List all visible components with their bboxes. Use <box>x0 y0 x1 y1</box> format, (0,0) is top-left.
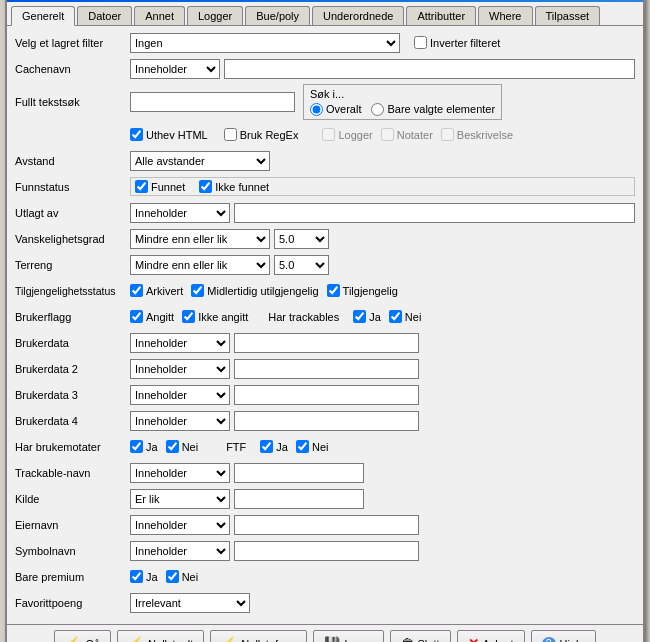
utlagt-input[interactable] <box>234 203 635 223</box>
favorittpoeng-select[interactable]: Irrelevant <box>130 593 250 613</box>
vanskelig-val-select[interactable]: 5.0 1.01.52.02.5 3.03.54.04.5 <box>274 229 329 249</box>
ikke-angitt-checkbox[interactable] <box>182 310 195 323</box>
brukerdata-select[interactable]: Inneholder <box>130 333 230 353</box>
favorittpoeng-label: Favorittpoeng <box>15 597 130 609</box>
ja-track-checkbox[interactable] <box>353 310 366 323</box>
save-button[interactable]: 💾 Lagre <box>313 630 383 643</box>
eiernavn-input[interactable] <box>234 515 419 535</box>
brukerdata2-select[interactable]: Inneholder <box>130 359 230 379</box>
cachenavn-input[interactable] <box>224 59 635 79</box>
vanskelig-select[interactable]: Mindre enn eller lik <box>130 229 270 249</box>
nei-ftf-checkbox[interactable] <box>296 440 309 453</box>
ja-bp-checkbox[interactable] <box>130 570 143 583</box>
go-button[interactable]: ⚡ Gå <box>54 630 111 643</box>
uthev-html-label[interactable]: Uthev HTML <box>130 128 208 141</box>
brukerdata4-controls: Inneholder <box>130 411 635 431</box>
avstand-select[interactable]: Alle avstander <box>130 151 270 171</box>
brukerdata-input[interactable] <box>234 333 419 353</box>
ja-track-label[interactable]: Ja <box>353 310 381 323</box>
delete-icon: 🗑 <box>401 636 414 642</box>
sok-overalt-label[interactable]: Overalt <box>310 103 361 116</box>
nei-bp-checkbox[interactable] <box>166 570 179 583</box>
trackable-input[interactable] <box>234 463 364 483</box>
sok-overalt-radio[interactable] <box>310 103 323 116</box>
symbolnavn-select[interactable]: Inneholder <box>130 541 230 561</box>
sok-bare-radio[interactable] <box>371 103 384 116</box>
funnet-checkbox[interactable] <box>135 180 148 193</box>
brukerdata4-input[interactable] <box>234 411 419 431</box>
reset-all-button[interactable]: ⚡ Nullst. alt <box>117 630 204 643</box>
angitt-checkbox[interactable] <box>130 310 143 323</box>
sok-bare-label[interactable]: Bare valgte elementer <box>371 103 495 116</box>
notater-cb-label[interactable]: Notater <box>381 128 433 141</box>
ikke-angitt-label[interactable]: Ikke angitt <box>182 310 248 323</box>
logger-cb-label[interactable]: Logger <box>322 128 372 141</box>
nei-bm-label[interactable]: Nei <box>166 440 199 453</box>
beskrivelse-cb-label[interactable]: Beskrivelse <box>441 128 513 141</box>
arkivert-label[interactable]: Arkivert <box>130 284 183 297</box>
funnet-label[interactable]: Funnet <box>135 180 185 193</box>
ja-ftf-checkbox[interactable] <box>260 440 273 453</box>
tab-annet[interactable]: Annet <box>134 6 185 25</box>
tab-where[interactable]: Where <box>478 6 532 25</box>
brukerdata4-select[interactable]: Inneholder <box>130 411 230 431</box>
ikke-funnet-label[interactable]: Ikke funnet <box>199 180 269 193</box>
nei-bm-checkbox[interactable] <box>166 440 179 453</box>
tilgjengelig-checkbox[interactable] <box>327 284 340 297</box>
trackable-row: Trackable-navn Inneholder <box>15 462 635 484</box>
nei-track-label[interactable]: Nei <box>389 310 422 323</box>
brukerdata3-input[interactable] <box>234 385 419 405</box>
velg-filter-select[interactable]: Ingen <box>130 33 400 53</box>
tab-datoer[interactable]: Datoer <box>77 6 132 25</box>
ja-bp-label[interactable]: Ja <box>130 570 158 583</box>
delete-label: Slett <box>418 638 440 643</box>
tab-bue-poly[interactable]: Bue/poly <box>245 6 310 25</box>
tab-logger[interactable]: Logger <box>187 6 243 25</box>
cachenavn-select[interactable]: Inneholder <box>130 59 220 79</box>
bruk-regex-checkbox[interactable] <box>224 128 237 141</box>
tabs-bar: Generelt Datoer Annet Logger Bue/poly Un… <box>7 2 643 26</box>
ja-bp-text: Ja <box>146 571 158 583</box>
bruk-regex-label[interactable]: Bruk RegEx <box>224 128 299 141</box>
vanskelig-label: Vanskelighetsgrad <box>15 233 130 245</box>
utlagt-select[interactable]: Inneholder <box>130 203 230 223</box>
ja-bm-label[interactable]: Ja <box>130 440 158 453</box>
arkivert-checkbox[interactable] <box>130 284 143 297</box>
brukerdata2-input[interactable] <box>234 359 419 379</box>
ja-ftf-label[interactable]: Ja <box>260 440 288 453</box>
fullt-input[interactable] <box>130 92 295 112</box>
eiernavn-select[interactable]: Inneholder <box>130 515 230 535</box>
midlertidig-label[interactable]: Midlertidig utilgjengelig <box>191 284 318 297</box>
terreng-select[interactable]: Mindre enn eller lik <box>130 255 270 275</box>
delete-button[interactable]: 🗑 Slett <box>390 630 451 643</box>
ikke-funnet-checkbox[interactable] <box>199 180 212 193</box>
tab-attributter[interactable]: Attributter <box>406 6 476 25</box>
cancel-button[interactable]: ✕ Avbryt <box>457 630 525 643</box>
brukerdata3-select[interactable]: Inneholder <box>130 385 230 405</box>
tab-generelt[interactable]: Generelt <box>11 6 75 26</box>
tilgjengelig-cb-label[interactable]: Tilgjengelig <box>327 284 398 297</box>
midlertidig-checkbox[interactable] <box>191 284 204 297</box>
kilde-input[interactable] <box>234 489 364 509</box>
tab-underordnede[interactable]: Underordnede <box>312 6 404 25</box>
nei-bp-label[interactable]: Nei <box>166 570 199 583</box>
help-button[interactable]: ? Hjelp <box>531 630 596 643</box>
terreng-val-select[interactable]: 5.0 <box>274 255 329 275</box>
inverter-checkbox[interactable] <box>414 36 427 49</box>
ikke-funnet-text: Ikke funnet <box>215 181 269 193</box>
ja-bm-checkbox[interactable] <box>130 440 143 453</box>
inverter-checkbox-label[interactable]: Inverter filteret <box>414 36 500 49</box>
uthev-html-checkbox[interactable] <box>130 128 143 141</box>
trackable-select[interactable]: Inneholder <box>130 463 230 483</box>
beskrivelse-checkbox[interactable] <box>441 128 454 141</box>
logger-checkbox[interactable] <box>322 128 335 141</box>
midlertidig-text: Midlertidig utilgjengelig <box>207 285 318 297</box>
symbolnavn-input[interactable] <box>234 541 419 561</box>
nei-track-checkbox[interactable] <box>389 310 402 323</box>
reset-tab-button[interactable]: ⚡ Nullst. fane <box>210 630 307 643</box>
angitt-label[interactable]: Angitt <box>130 310 174 323</box>
nei-ftf-label[interactable]: Nei <box>296 440 329 453</box>
tab-tilpasset[interactable]: Tilpasset <box>535 6 601 25</box>
notater-checkbox[interactable] <box>381 128 394 141</box>
kilde-select[interactable]: Er lik <box>130 489 230 509</box>
